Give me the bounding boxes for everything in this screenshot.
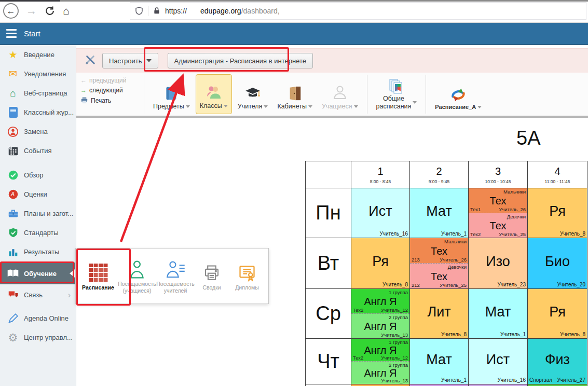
subjects-button[interactable]: Предметы <box>149 74 194 114</box>
lesson-cell-split[interactable]: Мальчики Тех Тех1Учитель_26 Девочки Тех … <box>469 188 528 238</box>
period-header: 4 11:00 - 11:45 <box>528 161 587 188</box>
classes-label: Классы <box>200 102 222 109</box>
book-icon <box>163 86 179 101</box>
lesson-subcell[interactable]: Девочки Тех Тех2Учитель_25 <box>469 213 527 238</box>
popup-label: Дипломы <box>235 284 259 291</box>
lesson-cell-split[interactable]: Мальчики Тех 213Учитель_26 Девочки Тех 2… <box>410 238 469 289</box>
group-label: Мальчики <box>503 189 526 195</box>
lesson-cell-split[interactable]: 1 группа Англ Я Тех2Учитель_12 2 группа … <box>351 339 410 384</box>
edupage-dashboard: ← → ⌂ https:// edupage.org /dashboard, S… <box>0 0 588 386</box>
lesson-cell[interactable]: Ря Учитель_8 <box>351 238 410 289</box>
journal-icon <box>7 106 19 119</box>
common-timetables-button[interactable]: Общиерасписания <box>373 74 421 114</box>
rooms-button[interactable]: Кабинеты <box>274 74 316 114</box>
lesson-cell-split[interactable]: 1 группа Англ Я Тех2Учитель_12 2 группа … <box>351 289 410 339</box>
lesson-cell[interactable]: Изо Учитель_23 <box>469 238 528 289</box>
popup-item-attendance-teachers[interactable]: Посещаемостьучителей <box>156 258 195 294</box>
lesson-cell[interactable]: Био Учитель_20 <box>528 238 587 289</box>
room: 213 <box>412 257 420 263</box>
sidebar-item-ocenki[interactable]: A Оценки <box>0 185 76 204</box>
sidebar-label: Веб-страница <box>24 89 67 97</box>
popup-item-reports[interactable]: Сводки <box>195 261 228 291</box>
teacher: Учитель_1 <box>500 332 526 337</box>
lesson-cell[interactable]: Ря Учитель_8 <box>528 289 587 339</box>
app-header: Start <box>0 23 588 45</box>
sidebar-item-class-journal[interactable]: Классный жур... <box>0 103 76 122</box>
lesson-subcell[interactable]: 1 группа Англ Я Тех2Учитель_12 <box>351 339 409 361</box>
refresh-icon[interactable] <box>44 5 56 17</box>
lesson-cell[interactable]: Мат Учитель_1 <box>469 289 528 339</box>
popup-item-timetable[interactable]: Расписание <box>78 261 118 291</box>
shield-icon[interactable] <box>134 6 144 16</box>
classes-button[interactable]: Классы <box>196 74 232 114</box>
sidebar-item-standarty[interactable]: Стандарты <box>0 223 76 242</box>
teacher: Учитель_8 <box>560 332 585 337</box>
home-icon[interactable]: ⌂ <box>63 5 70 17</box>
collapse-arrow-icon <box>70 269 75 278</box>
hamburger-menu-icon[interactable] <box>6 29 17 38</box>
sidebar-item-zamena[interactable]: Замена <box>0 122 76 141</box>
forward-button[interactable]: → <box>26 5 37 17</box>
back-button[interactable]: ← <box>3 3 19 19</box>
teachers-button[interactable]: Учителя <box>234 74 272 114</box>
popup-label: Посещаемость <box>118 281 156 287</box>
schedule-a-button[interactable]: Расписание_А <box>431 74 485 114</box>
sidebar-item-obzor[interactable]: Обзор <box>0 166 76 185</box>
admin-timetables-button[interactable]: Администрация - Расписания в интернете <box>168 53 313 68</box>
sidebar-item-agenda-online[interactable]: Agenda Online <box>0 309 76 328</box>
url-bar[interactable]: https:// edupage.org /dashboard, <box>130 2 586 20</box>
dropdown-arrow-icon <box>186 105 190 108</box>
lesson-subcell[interactable]: 2 группа Англ Я Учитель_13 <box>351 361 409 384</box>
students-button[interactable]: Учащиеся <box>318 74 362 114</box>
teacher: Учитель_13 <box>381 378 408 383</box>
substitute-person-icon <box>7 126 19 138</box>
period-header: 1 8:00 - 8:45 <box>351 161 410 188</box>
lesson-cell[interactable]: Мат Учитель_1 <box>410 339 469 384</box>
sidebar-label: Введение <box>24 51 54 59</box>
print-label: Печать <box>91 97 111 104</box>
lesson-cell[interactable]: Ист Учитель_16 <box>351 188 410 238</box>
person-lines-icon <box>166 258 185 281</box>
students-label: Учащиеся <box>322 103 352 110</box>
class-title: 5А <box>516 127 540 149</box>
chat-bubbles-icon <box>7 289 19 301</box>
lesson-subcell[interactable]: Девочки Тех 212Учитель_25 <box>410 263 468 288</box>
lesson-cell[interactable]: Мат Учитель_1 <box>410 188 469 238</box>
subject: Изо <box>469 254 527 270</box>
sidebar-item-svyaz[interactable]: Связь › <box>0 285 76 305</box>
lesson-subcell[interactable]: 1 группа Англ Я Тех2Учитель_12 <box>351 289 409 313</box>
teacher: Учитель_12 <box>381 307 408 313</box>
popup-item-diplomas[interactable]: Дипломы <box>228 261 266 291</box>
lesson-cell[interactable]: Физ Спортзал Учитель_27 <box>528 339 587 384</box>
teacher: Учитель_27 <box>557 377 585 383</box>
lesson-cell[interactable]: Ря Учитель_8 <box>528 188 587 238</box>
sidebar-item-vvedenie[interactable]: ★ Введение <box>0 45 76 64</box>
lesson-subcell[interactable]: 2 группа Англ Я Учитель_13 <box>351 313 409 338</box>
lesson-subcell[interactable]: Мальчики Тех Тех1Учитель_26 <box>469 188 527 213</box>
lesson-cell[interactable]: Лит Учитель_8 <box>410 289 469 339</box>
day-label: Вт <box>306 238 351 289</box>
popup-item-attendance-students[interactable]: Посещаемость(учащиеся) <box>118 258 156 294</box>
configure-button[interactable]: Настроить <box>102 53 158 68</box>
teacher: Учитель_8 <box>441 332 467 337</box>
sidebar-label: Замена <box>24 128 48 135</box>
teacher: Учитель_16 <box>497 377 526 383</box>
sidebar-label: Классный жур... <box>24 108 74 116</box>
sidebar-item-plany[interactable]: Планы и загот... <box>0 204 76 223</box>
graduation-cap-icon <box>244 85 261 101</box>
print-link[interactable]: Печать <box>80 96 140 104</box>
lesson-subcell[interactable]: Мальчики Тех 213Учитель_26 <box>410 238 468 263</box>
sidebar-item-web-page[interactable]: ⌂ Веб-страница <box>0 84 76 103</box>
toolbar-divider <box>426 75 426 114</box>
sidebar-item-control-center[interactable]: ⚙ Центр управл... <box>0 328 76 347</box>
star-icon: ★ <box>7 49 19 61</box>
sidebar-item-obuchenie[interactable]: Обучение <box>0 263 76 284</box>
lesson-cell[interactable]: Ист Учитель_16 <box>469 339 528 384</box>
group-label: Девочки <box>507 214 526 219</box>
sidebar-item-sobytiya[interactable]: События <box>0 141 76 160</box>
room: 212 <box>412 282 420 288</box>
sidebar-item-uvedomleniya[interactable]: ✉ Уведомления <box>0 64 76 84</box>
sidebar-item-rezultaty[interactable]: Результаты <box>0 242 76 261</box>
sidebar-label: Связь <box>24 291 43 299</box>
next-link[interactable]: → следующий <box>80 87 140 94</box>
